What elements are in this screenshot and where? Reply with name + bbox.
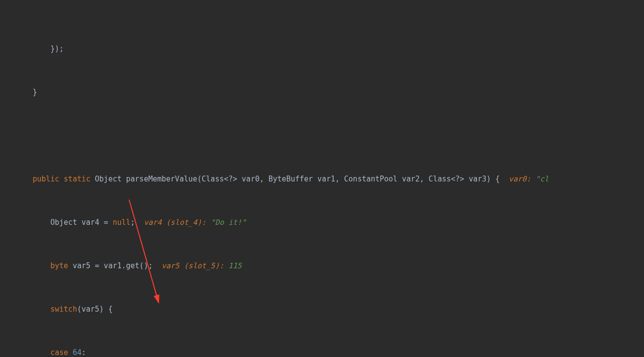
- code-text: Object parseMemberValue(Class<?> var0, B…: [91, 175, 509, 183]
- code-line[interactable]: [15, 130, 644, 141]
- code-line[interactable]: switch(var5) {: [15, 304, 644, 315]
- code-line[interactable]: Object var4 = null; var4 (slot_4): "Do i…: [15, 217, 644, 228]
- code-line[interactable]: });: [15, 43, 644, 54]
- svg-line-0: [129, 200, 159, 303]
- inline-var-label: var4 (slot_4):: [144, 218, 206, 227]
- code-line[interactable]: byte var5 = var1.get(); var5 (slot_5): 1…: [15, 260, 644, 271]
- code-text: }: [33, 88, 37, 97]
- number-literal: 64: [72, 348, 81, 357]
- code-line[interactable]: public static Object parseMemberValue(Cl…: [15, 174, 644, 184]
- indent: [15, 44, 50, 53]
- code-text: ;: [131, 218, 144, 227]
- keyword-switch: switch: [50, 305, 77, 314]
- code-text: (var5) {: [77, 305, 112, 314]
- inline-var-label: var0:: [508, 175, 531, 183]
- inline-var-label: var5 (slot_5):: [162, 261, 224, 270]
- inline-var-value: "Do it!": [206, 218, 246, 227]
- indent: [15, 175, 33, 183]
- keyword-case: case: [50, 348, 72, 357]
- code-line[interactable]: }: [15, 87, 644, 98]
- keyword-null: null: [113, 218, 131, 227]
- code-text: });: [50, 44, 64, 53]
- inline-var-value: "cl: [531, 175, 549, 183]
- code-text: :: [81, 348, 86, 357]
- indent: [15, 261, 50, 270]
- code-text: Object var4 =: [50, 218, 112, 227]
- code-line[interactable]: case 64:: [15, 347, 644, 357]
- code-editor-viewport[interactable]: }); } public static Object parseMemberVa…: [0, 0, 644, 357]
- indent: [15, 348, 50, 357]
- indent: [15, 88, 33, 97]
- indent: [15, 305, 50, 314]
- indent: [15, 218, 50, 227]
- keyword-public: public: [33, 175, 59, 183]
- inline-var-value: 115: [224, 261, 241, 270]
- code-text: var5 = var1.get();: [68, 261, 162, 270]
- keyword-static: static: [64, 175, 90, 183]
- keyword-byte: byte: [50, 261, 68, 270]
